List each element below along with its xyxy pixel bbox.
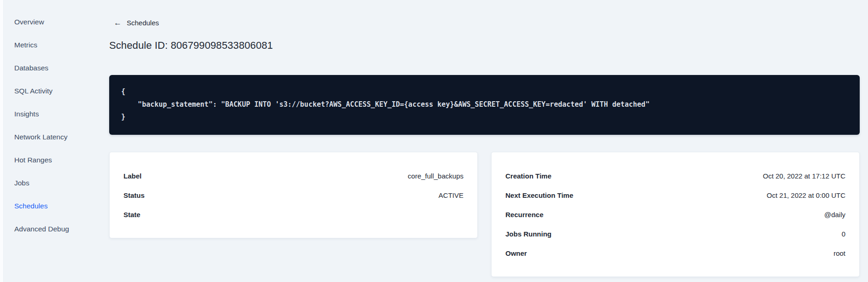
- table-row: Label core_full_backups: [123, 166, 463, 185]
- sidebar-item-advanced-debug[interactable]: Advanced Debug: [4, 218, 96, 241]
- detail-value: core_full_backups: [408, 172, 463, 180]
- page-title: Schedule ID: 806799098533806081: [109, 40, 273, 52]
- table-row: Jobs Running 0: [505, 224, 845, 243]
- schedule-timing-card: Creation Time Oct 20, 2022 at 17:12 UTC …: [491, 152, 860, 277]
- detail-value: 0: [842, 230, 845, 238]
- main-content: ← Schedules Schedule ID: 806799098533806…: [109, 0, 860, 282]
- detail-value: @daily: [824, 211, 845, 219]
- back-link-label: Schedules: [127, 19, 159, 27]
- table-row: Status ACTIVE: [123, 185, 463, 205]
- sidebar-item-metrics[interactable]: Metrics: [4, 34, 96, 57]
- table-row: Owner root: [505, 243, 845, 263]
- detail-value: Oct 21, 2022 at 0:00 UTC: [767, 191, 845, 199]
- sidebar-item-schedules[interactable]: Schedules: [4, 195, 96, 218]
- sidebar-item-insights[interactable]: Insights: [4, 103, 96, 126]
- sidebar-item-network-latency[interactable]: Network Latency: [4, 126, 96, 149]
- detail-label: Label: [123, 172, 141, 180]
- sidebar-item-databases[interactable]: Databases: [4, 57, 96, 80]
- detail-cards-row: Label core_full_backups Status ACTIVE St…: [109, 152, 860, 277]
- table-row: State: [123, 205, 463, 224]
- code-line: {: [121, 86, 848, 98]
- back-arrow-icon: ←: [114, 19, 122, 27]
- code-line: }: [121, 111, 848, 124]
- detail-label: Status: [123, 191, 145, 199]
- code-line: "backup_statement": "BACKUP INTO 's3://b…: [121, 98, 848, 111]
- detail-value: root: [833, 249, 845, 257]
- sidebar-nav: Overview Metrics Databases SQL Activity …: [4, 11, 96, 241]
- table-row: Next Execution Time Oct 21, 2022 at 0:00…: [505, 185, 845, 205]
- detail-label: Creation Time: [505, 172, 551, 180]
- detail-label: Jobs Running: [505, 230, 551, 238]
- detail-value: ACTIVE: [439, 191, 463, 199]
- back-to-schedules-link[interactable]: ← Schedules: [114, 19, 159, 27]
- sidebar-item-sql-activity[interactable]: SQL Activity: [4, 80, 96, 103]
- detail-label: State: [123, 211, 141, 219]
- sidebar-item-jobs[interactable]: Jobs: [4, 172, 96, 195]
- sidebar-item-hot-ranges[interactable]: Hot Ranges: [4, 149, 96, 172]
- detail-value: Oct 20, 2022 at 17:12 UTC: [763, 172, 845, 180]
- left-edge-strip: [0, 0, 4, 282]
- detail-label: Recurrence: [505, 211, 544, 219]
- detail-label: Next Execution Time: [505, 191, 573, 199]
- sidebar-item-overview[interactable]: Overview: [4, 11, 96, 34]
- table-row: Creation Time Oct 20, 2022 at 17:12 UTC: [505, 166, 845, 185]
- schedule-definition-code-block: { "backup_statement": "BACKUP INTO 's3:/…: [109, 75, 860, 135]
- schedule-summary-card: Label core_full_backups Status ACTIVE St…: [109, 152, 478, 238]
- detail-label: Owner: [505, 249, 527, 257]
- table-row: Recurrence @daily: [505, 205, 845, 224]
